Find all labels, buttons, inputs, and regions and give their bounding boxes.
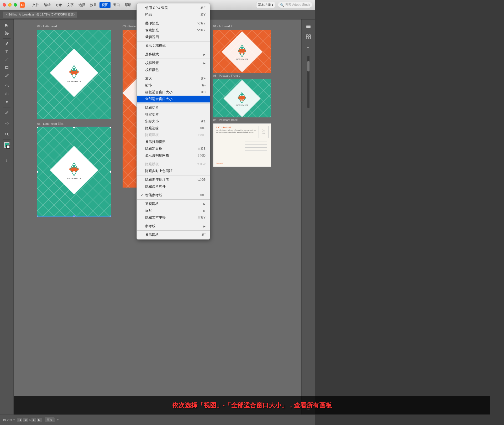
menu-edit[interactable]: 编辑 — [42, 2, 53, 8]
menu-fit-all[interactable]: 全部适合窗口大小 — [137, 96, 210, 102]
reflect-tool[interactable] — [2, 90, 12, 98]
svg-marker-7 — [8, 85, 9, 87]
artboard-05-label: 05 - Postcard Front 2 — [213, 74, 240, 77]
menu-hide-bounding-box[interactable]: 隐藏定界框 ⇧⌘B — [137, 145, 210, 152]
menu-lock-slices[interactable]: 锁定切片 — [137, 111, 210, 118]
maximize-button[interactable] — [14, 3, 17, 7]
menu-zoom-in[interactable]: 放大 ⌘+ — [137, 75, 210, 82]
next-page-btn[interactable]: ▶ — [32, 418, 36, 422]
scroll-thumb[interactable] — [307, 61, 309, 71]
divider-7 — [137, 160, 210, 160]
type-tool[interactable]: T — [2, 48, 12, 55]
menu-view[interactable]: 视图 — [99, 2, 111, 8]
menu-hide-text-threads[interactable]: 隐藏文本串接 ⇧⌘Y — [137, 214, 210, 221]
menu-help[interactable]: 帮助 — [123, 2, 134, 8]
traffic-lights — [3, 3, 17, 7]
artboard-02-letterhead: 02 - Letterhead — [37, 30, 111, 119]
divider-1 — [137, 19, 210, 19]
svg-marker-9 — [5, 94, 6, 95]
menu-smart-guides[interactable]: ✓ 智能参考线 ⌘U — [137, 192, 210, 199]
right-controls: 基本功能 ▾ 🔍 搜索 Adobe Stock — [256, 2, 312, 8]
menu-hide-edges[interactable]: 隐藏边缘 ⌘H — [137, 125, 210, 132]
svg-text:≡: ≡ — [307, 45, 309, 49]
svg-rect-63 — [309, 37, 311, 39]
svg-marker-2 — [5, 32, 8, 35]
menu-fit-artboard[interactable]: 画板适合窗口大小 ⌘0 — [137, 89, 210, 96]
menu-hide-artboards[interactable]: 隐藏画板 ⇧⌘H — [137, 132, 210, 138]
close-button[interactable] — [3, 3, 6, 7]
instruction-bar: 依次选择「视图」-「全部适合窗口大小」，查看所有画板 — [14, 396, 315, 414]
menu-window[interactable]: 窗口 — [111, 2, 122, 8]
menu-show-grid[interactable]: 显示网格 ⌘" — [137, 231, 210, 238]
rectangle-tool[interactable] — [2, 64, 12, 71]
menu-hide-template[interactable]: 隐藏模板 ⇧⌘W — [137, 161, 210, 168]
search-box[interactable]: 🔍 搜索 Adobe Stock — [278, 2, 312, 8]
app-icon: Ai — [20, 2, 25, 8]
stroke-color[interactable] — [6, 145, 10, 149]
menu-hide-corner-widget[interactable]: 隐藏边角构件 — [137, 183, 210, 190]
width-tool[interactable] — [2, 98, 12, 106]
menu-text[interactable]: 文字 — [65, 2, 76, 8]
menu-guides[interactable]: 参考线 ▶ — [137, 223, 210, 230]
svg-point-11 — [5, 123, 7, 124]
minimize-button[interactable] — [8, 3, 12, 7]
instruction-text: 依次选择「视图」-「全部适合窗口大小」，查看所有画板 — [172, 401, 315, 410]
direct-selection-tool[interactable] — [2, 29, 12, 37]
menu-rulers[interactable]: 标尺 ▶ — [137, 207, 210, 214]
page-number[interactable]: 6 — [29, 418, 30, 422]
menu-effect[interactable]: 效果 — [88, 2, 99, 8]
menu-object[interactable]: 对象 — [53, 2, 64, 8]
svg-point-48 — [240, 53, 242, 54]
divider-line — [242, 138, 242, 164]
menu-show-transparency-grid[interactable]: 显示透明度网格 ⇧⌘D — [137, 152, 210, 159]
document-tab[interactable]: ✕ Editing_Artboards.ai* @ 19.71% (CMYK/G… — [3, 12, 77, 18]
menu-file[interactable]: 文件 — [30, 2, 41, 8]
svg-rect-57 — [306, 25, 311, 25]
last-page-btn[interactable]: ▶| — [37, 418, 42, 422]
view-menu-dropdown[interactable]: 使用 CPU 查看 ⌘E 轮廓 ⌘Y 叠印预览 ⌥⌘Y 像素预览 ⌥⌘Y 裁切视… — [136, 3, 210, 240]
menu-hide-slices[interactable]: 隐藏切片 — [137, 104, 210, 111]
first-page-btn[interactable]: |◀ — [17, 418, 22, 422]
svg-point-23 — [70, 72, 72, 73]
menu-show-print-tiling[interactable]: 显示打印拼贴 — [137, 138, 210, 145]
prev-page-btn[interactable]: ◀ — [23, 418, 28, 422]
menu-presentation-mode[interactable]: 显示文稿模式 — [137, 42, 210, 49]
svg-point-39 — [70, 169, 72, 170]
more-tools-button[interactable] — [2, 157, 12, 164]
selection-tool[interactable] — [2, 22, 12, 29]
divider-8 — [137, 175, 210, 175]
blend-tool[interactable] — [2, 120, 12, 127]
assets-panel-btn[interactable] — [304, 32, 313, 42]
menu-select[interactable]: 选择 — [76, 2, 87, 8]
svg-point-3 — [7, 42, 8, 43]
menu-use-cpu[interactable]: 使用 CPU 查看 ⌘E — [137, 4, 210, 11]
menu-proof-setup[interactable]: 校样设置 ▶ — [137, 60, 210, 66]
svg-point-45 — [241, 46, 243, 49]
menu-screen-mode[interactable]: 屏幕模式 ▶ — [137, 51, 210, 58]
menu-hide-gradient-annotator[interactable]: 隐藏渐变批注者 ⌥⌘G — [137, 176, 210, 183]
menu-overprint-preview[interactable]: 叠印预览 ⌥⌘Y — [137, 20, 210, 27]
menu-crop-view[interactable]: 裁切视图 — [137, 34, 210, 40]
workspace-chevron-icon: ▾ — [272, 3, 273, 7]
menu-proof-colors[interactable]: 校样颜色 — [137, 66, 210, 73]
zoom-tool[interactable] — [2, 131, 12, 138]
svg-point-13 — [6, 133, 8, 135]
artboard-05-postcard-front: 05 - Postcard Front 2 N — [213, 79, 271, 117]
properties-panel-btn[interactable]: ≡ — [304, 43, 313, 52]
pen-tool[interactable] — [2, 40, 12, 48]
layers-panel-btn[interactable] — [304, 22, 313, 31]
selection-handle-br — [110, 215, 111, 216]
brush-tool[interactable] — [2, 72, 12, 79]
eyedropper-tool[interactable] — [2, 109, 12, 116]
menu-hide-live-paint-gaps[interactable]: 隐藏实时上色间距 — [137, 168, 210, 174]
line-tool[interactable] — [2, 56, 12, 63]
workspace-selector[interactable]: 基本功能 ▾ — [256, 2, 275, 8]
menu-pixel-preview[interactable]: 像素预览 ⌥⌘Y — [137, 27, 210, 34]
menu-zoom-out[interactable]: 缩小 ⌘- — [137, 82, 210, 89]
stamp-area: PlaceStampHere — [259, 126, 269, 138]
menu-perspective-grid[interactable]: 透视网格 ▶ — [137, 200, 210, 207]
tab-close-icon[interactable]: ✕ — [5, 13, 7, 16]
menu-outline[interactable]: 轮廓 ⌘Y — [137, 11, 210, 18]
rotate-tool[interactable] — [2, 82, 12, 90]
menu-actual-size[interactable]: 实际大小 ⌘1 — [137, 118, 210, 125]
